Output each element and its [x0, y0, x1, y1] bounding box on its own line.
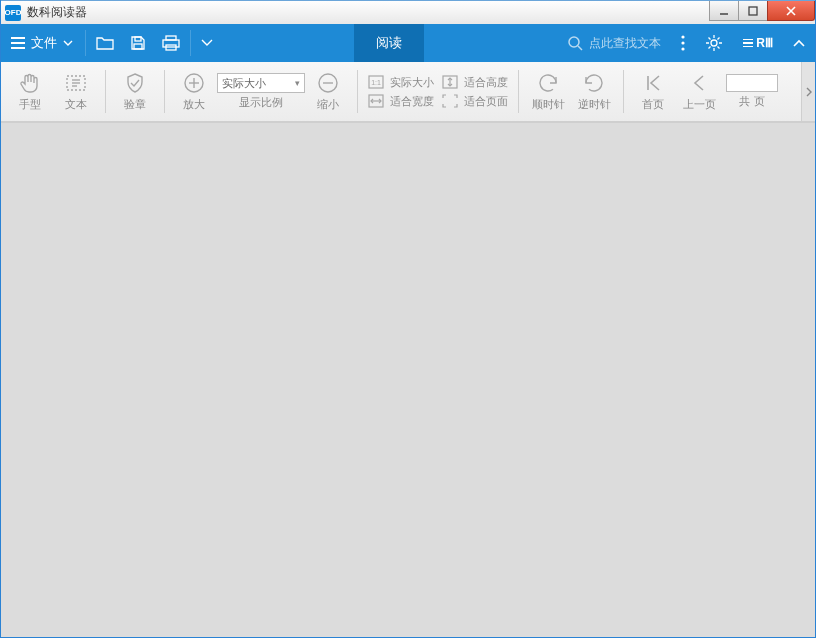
actual-size-button[interactable]: 1:1 实际大小 — [368, 75, 434, 90]
separator — [105, 70, 106, 113]
search-box[interactable]: 点此查找文本 — [557, 24, 671, 62]
rotate-cw-label: 顺时针 — [532, 97, 565, 112]
svg-line-10 — [578, 46, 582, 50]
fit-height-icon — [442, 75, 458, 89]
separator — [357, 70, 358, 113]
hand-tool-label: 手型 — [19, 97, 41, 112]
zoom-in-button[interactable]: 放大 — [171, 71, 217, 112]
rotate-ccw-button[interactable]: 逆时针 — [571, 71, 617, 112]
fit-width-button[interactable]: 适合宽度 — [368, 94, 434, 109]
prev-page-button[interactable]: 上一页 — [676, 71, 722, 112]
fit-height-button[interactable]: 适合高度 — [442, 75, 508, 90]
zoom-combo-select[interactable]: 实际大小 ▾ — [217, 73, 305, 93]
close-button[interactable] — [767, 1, 815, 21]
svg-text:1:1: 1:1 — [371, 79, 381, 86]
document-viewport[interactable] — [1, 122, 815, 637]
zoom-out-button[interactable]: 缩小 — [305, 71, 351, 112]
svg-point-11 — [682, 35, 685, 38]
rm-label: RⅢ — [756, 36, 773, 50]
file-menu[interactable]: 文件 — [1, 24, 83, 62]
shield-check-icon — [123, 71, 147, 95]
verify-seal-button[interactable]: 验章 — [112, 71, 158, 112]
file-menu-label: 文件 — [31, 34, 57, 52]
spacer — [424, 24, 557, 62]
prev-page-icon — [687, 71, 711, 95]
print-icon — [162, 35, 180, 51]
page-total-label: 共 页 — [739, 94, 764, 109]
chevron-down-icon — [63, 38, 73, 48]
zoom-in-icon — [182, 71, 206, 95]
menu-bar: 文件 阅读 点此查找文本 — [1, 24, 815, 62]
chevron-down-icon — [201, 38, 213, 48]
save-button[interactable] — [122, 24, 154, 62]
zoom-combo-label: 显示比例 — [239, 95, 283, 110]
fit-width-label: 适合宽度 — [390, 94, 434, 109]
chevron-up-icon — [793, 38, 805, 48]
spacer — [221, 24, 354, 62]
page-block: 共 页 — [722, 74, 782, 109]
tab-read[interactable]: 阅读 — [354, 24, 424, 62]
fit-width-icon — [368, 94, 384, 108]
open-button[interactable] — [88, 24, 122, 62]
fit-page-button[interactable]: 适合页面 — [442, 94, 508, 109]
actual-size-icon: 1:1 — [368, 75, 384, 89]
fit-height-label: 适合高度 — [464, 75, 508, 90]
search-placeholder: 点此查找文本 — [589, 35, 661, 52]
page-number-input[interactable] — [726, 74, 778, 92]
app-window: OFD 数科阅读器 文件 — [0, 0, 816, 638]
window-title: 数科阅读器 — [27, 4, 87, 21]
maximize-button[interactable] — [738, 1, 768, 21]
rm-icon: RⅢ — [743, 36, 773, 50]
svg-rect-1 — [749, 7, 757, 15]
dropdown-triangle-icon: ▾ — [295, 78, 300, 88]
separator — [190, 30, 191, 56]
rotate-ccw-icon — [582, 71, 606, 95]
title-bar: OFD 数科阅读器 — [1, 0, 815, 24]
prev-page-label: 上一页 — [683, 97, 716, 112]
zoom-combo-value: 实际大小 — [222, 76, 266, 91]
rm-button[interactable]: RⅢ — [733, 24, 783, 62]
rotate-ccw-label: 逆时针 — [578, 97, 611, 112]
fit-page-icon — [442, 94, 458, 108]
svg-rect-5 — [134, 44, 142, 49]
app-icon: OFD — [5, 5, 21, 21]
svg-point-13 — [682, 47, 685, 50]
zoom-out-icon — [316, 71, 340, 95]
quick-access-dropdown[interactable] — [193, 24, 221, 62]
zoom-out-label: 缩小 — [317, 97, 339, 112]
svg-point-12 — [682, 41, 685, 44]
separator — [85, 30, 86, 56]
verify-seal-label: 验章 — [124, 97, 146, 112]
text-select-icon — [64, 71, 88, 95]
save-icon — [130, 35, 146, 51]
first-page-button[interactable]: 首页 — [630, 71, 676, 112]
chevron-right-icon — [805, 87, 813, 97]
text-tool-button[interactable]: 文本 — [53, 71, 99, 112]
text-tool-label: 文本 — [65, 97, 87, 112]
toolbar-overflow-button[interactable] — [801, 62, 815, 121]
first-page-icon — [641, 71, 665, 95]
rotate-cw-button[interactable]: 顺时针 — [525, 71, 571, 112]
svg-rect-4 — [135, 37, 141, 41]
hand-tool-button[interactable]: 手型 — [7, 71, 53, 112]
minimize-button[interactable] — [709, 1, 739, 21]
print-button[interactable] — [154, 24, 188, 62]
zoom-combo: 实际大小 ▾ 显示比例 — [217, 73, 305, 110]
gear-icon — [705, 34, 723, 52]
search-icon — [567, 35, 583, 51]
svg-point-14 — [711, 40, 717, 46]
fit-page-label: 适合页面 — [464, 94, 508, 109]
menu-icon — [11, 37, 25, 49]
dots-vertical-icon — [681, 35, 685, 51]
folder-icon — [96, 35, 114, 51]
settings-button[interactable] — [695, 24, 733, 62]
svg-point-9 — [569, 37, 579, 47]
collapse-ribbon-button[interactable] — [783, 24, 815, 62]
ribbon-toolbar: 手型 文本 验章 放大 实际大小 ▾ — [1, 62, 815, 122]
actual-size-label: 实际大小 — [390, 75, 434, 90]
more-menu[interactable] — [671, 24, 695, 62]
window-controls — [710, 1, 815, 21]
separator — [623, 70, 624, 113]
separator — [518, 70, 519, 113]
hand-icon — [18, 71, 42, 95]
